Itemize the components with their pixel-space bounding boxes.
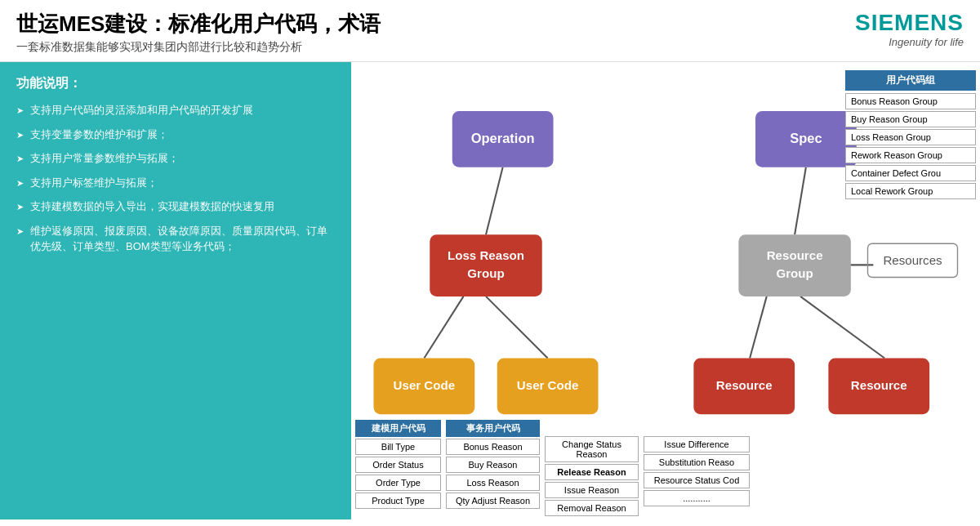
svg-text:Loss Reason: Loss Reason — [448, 248, 524, 262]
business-code-item: ........... — [644, 490, 750, 506]
ucg-item: Buy Reason Group — [845, 111, 976, 127]
business-code-item: Loss Reason — [446, 475, 540, 491]
business-code-item: Issue Reason — [545, 482, 639, 498]
feature-item: 支持建模数据的导入导出，实现建模数据的快速复用 — [16, 198, 335, 215]
bottom-tables: 建模用户代码 Bill TypeOrder StatusOrder TypePr… — [355, 420, 976, 518]
ucg-item: Rework Reason Group — [845, 147, 976, 163]
siemens-logo: SIEMENS Ingenuity for life — [855, 10, 964, 48]
modeling-code-item: Order Type — [355, 475, 441, 491]
ucg-item: Local Rework Group — [845, 183, 976, 199]
business-codes-col1: 事务用户代码 Bonus ReasonBuy ReasonLoss Reason… — [446, 420, 540, 518]
business-code-item: Release Reason — [545, 464, 639, 480]
svg-text:Spec: Spec — [790, 131, 822, 145]
feature-item: 支持用户常量参数维护与拓展； — [16, 150, 335, 167]
ucg-item: Container Defect Grou — [845, 165, 976, 181]
svg-text:Resources: Resources — [883, 253, 942, 267]
svg-text:Group: Group — [776, 266, 813, 280]
svg-line-0 — [486, 167, 503, 235]
business-code-item: Qty Adjust Reason — [446, 493, 540, 509]
modeling-code-item: Product Type — [355, 493, 441, 509]
svg-text:Resource: Resource — [767, 248, 823, 262]
ucg-item: Loss Reason Group — [845, 129, 976, 145]
feature-item: 支持用户标签维护与拓展； — [16, 175, 335, 191]
header-left: 世运MES建设：标准化用户代码，术语 一套标准数据集能够实现对集团内部进行比较和… — [16, 10, 381, 55]
business-codes-col2: Change Status ReasonRelease ReasonIssue … — [545, 436, 639, 518]
page-subtitle: 一套标准数据集能够实现对集团内部进行比较和趋势分析 — [16, 40, 381, 55]
svg-text:Operation: Operation — [471, 131, 535, 145]
business-code-item: Bonus Reason — [446, 439, 540, 455]
business-codes-col3: Issue DifferenceSubstitution ReasoResour… — [644, 436, 750, 518]
right-panel: Operation Spec Loss Reason Group Resourc… — [351, 62, 980, 519]
svg-line-5 — [750, 296, 767, 359]
feature-list: 支持用户代码的灵活添加和用户代码的开发扩展支持变量参数的维护和扩展；支持用户常量… — [16, 102, 335, 255]
svg-text:Resource: Resource — [716, 378, 773, 392]
svg-line-6 — [800, 296, 884, 359]
svg-text:User Code: User Code — [394, 378, 456, 392]
svg-line-1 — [795, 167, 806, 235]
main-content: 功能说明： 支持用户代码的灵活添加和用户代码的开发扩展支持变量参数的维护和扩展；… — [0, 62, 980, 519]
ucg-item: Bonus Reason Group — [845, 93, 976, 109]
ucg-panel: 用户代码组 Bonus Reason GroupBuy Reason Group… — [845, 70, 976, 201]
svg-text:Group: Group — [467, 266, 504, 280]
business-code-item: Resource Status Cod — [644, 472, 750, 488]
page-header: 世运MES建设：标准化用户代码，术语 一套标准数据集能够实现对集团内部进行比较和… — [0, 0, 980, 62]
feature-item: 支持用户代码的灵活添加和用户代码的开发扩展 — [16, 102, 335, 118]
modeling-code-item: Bill Type — [355, 439, 441, 455]
feature-item: 维护返修原因、报废原因、设备故障原因、质量原因代码、订单优先级、订单类型、BOM… — [16, 223, 335, 255]
business-code-item: Issue Difference — [644, 436, 750, 452]
feature-item: 支持变量参数的维护和扩展； — [16, 127, 335, 143]
svg-line-3 — [424, 296, 463, 359]
svg-text:Resource: Resource — [851, 378, 907, 392]
modeling-codes-panel: 建模用户代码 Bill TypeOrder StatusOrder TypePr… — [355, 420, 441, 518]
svg-line-4 — [486, 296, 548, 359]
modeling-codes-title: 建模用户代码 — [355, 420, 441, 437]
svg-text:User Code: User Code — [517, 378, 579, 392]
business-code-item: Buy Reason — [446, 457, 540, 473]
left-panel: 功能说明： 支持用户代码的灵活添加和用户代码的开发扩展支持变量参数的维护和扩展；… — [0, 62, 351, 519]
modeling-code-item: Order Status — [355, 457, 441, 473]
ucg-title: 用户代码组 — [845, 70, 976, 91]
business-code-item: Substitution Reaso — [644, 454, 750, 470]
business-codes-title: 事务用户代码 — [446, 420, 540, 437]
page-title: 世运MES建设：标准化用户代码，术语 — [16, 10, 381, 38]
siemens-brand: SIEMENS — [855, 10, 964, 36]
siemens-tagline: Ingenuity for life — [855, 36, 964, 48]
business-code-item: Change Status Reason — [545, 436, 639, 462]
section-title: 功能说明： — [16, 75, 335, 92]
business-code-item: Removal Reason — [545, 500, 639, 516]
